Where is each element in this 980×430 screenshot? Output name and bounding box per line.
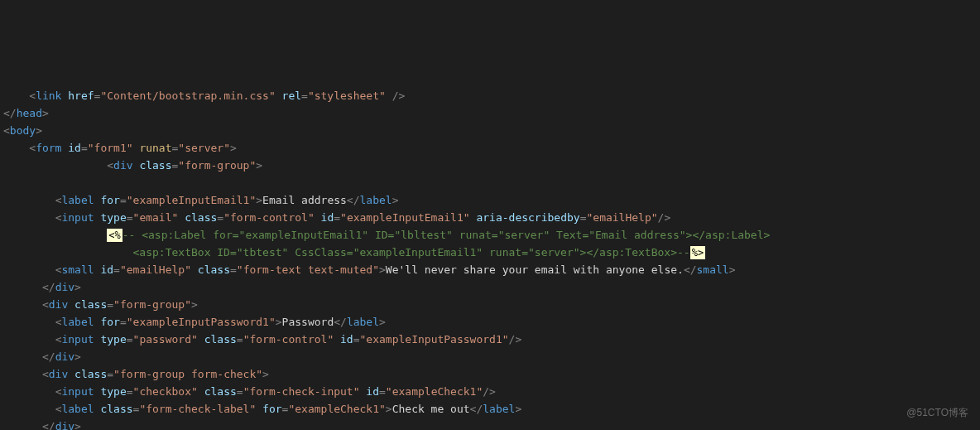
code-line: <small id="emailHelp" class="form-text t… xyxy=(3,263,736,276)
code-line xyxy=(3,176,10,189)
code-line: <div class="form-group form-check"> xyxy=(3,368,269,380)
code-line: </div> xyxy=(3,281,81,293)
code-line: <form id="form1" runat="server"> xyxy=(3,142,237,154)
code-line: <label class="form-check-label" for="exa… xyxy=(3,403,521,415)
code-line: </head> xyxy=(3,107,49,119)
code-line: <body> xyxy=(3,124,42,137)
server-tag-close: %> xyxy=(690,246,705,259)
code-line: <input type="password" class="form-contr… xyxy=(3,333,521,345)
code-editor-view: <link href="Content/bootstrap.min.css" r… xyxy=(0,70,980,430)
code-line: <div class="form-group"> xyxy=(3,159,262,172)
code-line: <%-- <asp:Label for="exampleInputEmail1"… xyxy=(3,229,770,241)
code-line: <asp:TextBox ID="tbtest" CssClass="examp… xyxy=(3,246,705,258)
code-line: <input type="checkbox" class="form-check… xyxy=(3,385,496,398)
code-line: </div> xyxy=(3,350,81,363)
code-line: </div> xyxy=(3,420,81,430)
code-line: <label for="exampleInputEmail1">Email ad… xyxy=(3,194,398,206)
code-line: <div class="form-group"> xyxy=(3,298,198,311)
server-tag-open: <% xyxy=(107,229,122,242)
code-line: <link href="Content/bootstrap.min.css" r… xyxy=(3,89,405,102)
code-line: <input type="email" class="form-control"… xyxy=(3,211,670,224)
code-line: <label for="exampleInputPassword1">Passw… xyxy=(3,316,386,328)
